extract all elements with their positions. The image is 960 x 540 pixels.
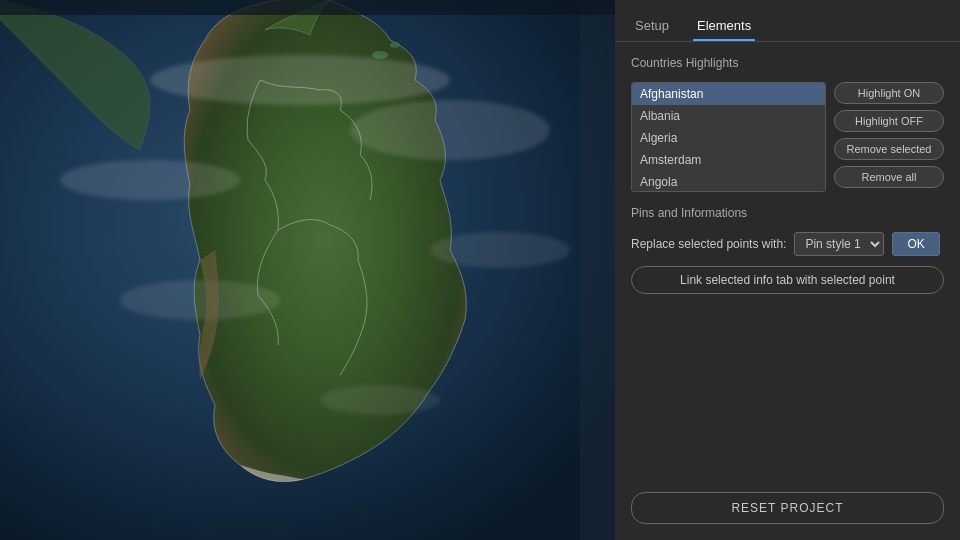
app: Setup Elements Countries Highlights Afgh… <box>0 0 960 540</box>
tab-elements[interactable]: Elements <box>693 12 755 41</box>
svg-rect-3 <box>580 0 615 540</box>
countries-section-title: Countries Highlights <box>631 56 944 70</box>
panel-content: Countries Highlights Afghanistan Albania… <box>615 42 960 492</box>
list-item[interactable]: Angola <box>632 171 825 192</box>
link-info-tab-button[interactable]: Link selected info tab with selected poi… <box>631 266 944 294</box>
svg-point-8 <box>60 160 240 200</box>
list-item[interactable]: Algeria <box>632 127 825 149</box>
list-item[interactable]: Afghanistan <box>632 83 825 105</box>
svg-point-9 <box>430 232 570 268</box>
svg-point-1 <box>372 51 388 59</box>
right-panel: Setup Elements Countries Highlights Afgh… <box>615 0 960 540</box>
remove-selected-button[interactable]: Remove selected <box>834 138 944 160</box>
countries-highlights-section: Countries Highlights Afghanistan Albania… <box>631 56 944 192</box>
map-canvas <box>0 0 615 540</box>
svg-point-2 <box>390 42 400 48</box>
reset-project-button[interactable]: RESET PROJECT <box>631 492 944 524</box>
svg-point-4 <box>350 100 550 160</box>
list-item[interactable]: Albania <box>632 105 825 127</box>
replace-label: Replace selected points with: <box>631 237 786 251</box>
replace-row: Replace selected points with: Pin style … <box>631 232 944 256</box>
pin-style-select[interactable]: Pin style 1 Pin style 2 Pin style 3 <box>794 232 884 256</box>
highlight-buttons: Highlight ON Highlight OFF Remove select… <box>834 82 944 188</box>
pins-section: Pins and Informations Replace selected p… <box>631 206 944 294</box>
highlight-on-button[interactable]: Highlight ON <box>834 82 944 104</box>
countries-row: Afghanistan Albania Algeria Amsterdam An… <box>631 82 944 192</box>
pins-section-title: Pins and Informations <box>631 206 944 220</box>
ok-button[interactable]: OK <box>892 232 939 256</box>
svg-point-7 <box>320 385 440 415</box>
highlight-off-button[interactable]: Highlight OFF <box>834 110 944 132</box>
remove-all-button[interactable]: Remove all <box>834 166 944 188</box>
list-item[interactable]: Amsterdam <box>632 149 825 171</box>
map-section <box>0 0 615 540</box>
tabs-container: Setup Elements <box>615 0 960 42</box>
tab-setup[interactable]: Setup <box>631 12 673 41</box>
svg-point-5 <box>150 55 450 105</box>
svg-rect-10 <box>0 0 615 15</box>
svg-point-6 <box>120 280 280 320</box>
countries-list[interactable]: Afghanistan Albania Algeria Amsterdam An… <box>631 82 826 192</box>
reset-section: RESET PROJECT <box>615 492 960 540</box>
